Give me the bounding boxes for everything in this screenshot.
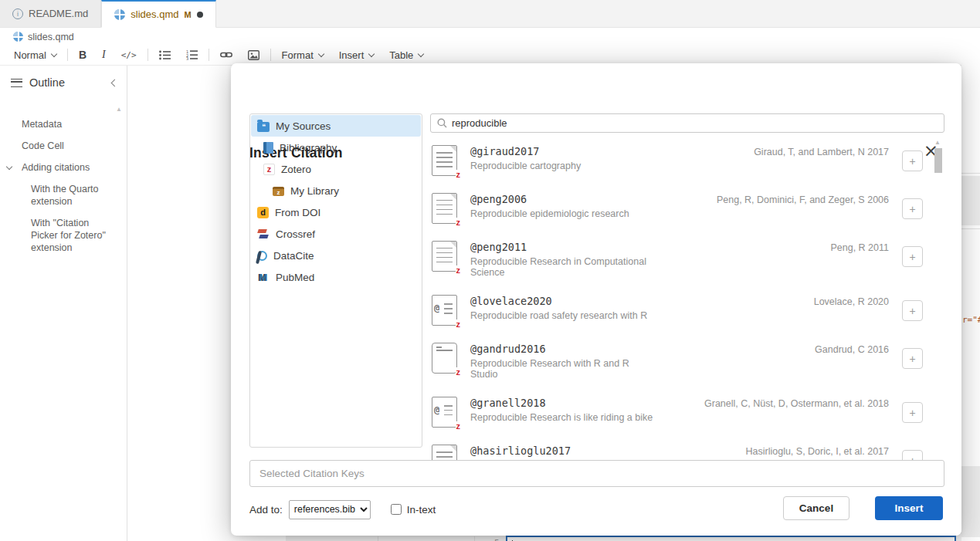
citation-row-gandrud2016[interactable]: @gandrud2016Reproducible Research with R… [432,343,944,380]
outline-item-code-cell[interactable]: Code Cell [0,137,122,155]
results-scrollbar[interactable]: ▲ ▼ [934,137,943,509]
divider [961,173,980,174]
image-icon [248,50,259,60]
citation-key: @giraud2017 [470,145,657,157]
scroll-up-arrow-icon[interactable]: ▲ [116,106,122,113]
add-citation-button[interactable]: + [902,402,923,423]
source-item-from-doi[interactable]: From DOI [251,201,421,223]
source-item-datacite[interactable]: DataCite [251,245,421,266]
outline-sidebar: Outline ▲ MetadataCode CellAdding citati… [0,66,127,541]
source-item-my-library[interactable]: My Library [251,180,421,201]
doi-icon [257,207,269,218]
citation-search-box [430,113,944,133]
embedded-line-number: 5 [494,538,500,541]
document-webpage-icon [432,295,457,326]
source-item-label: My Library [290,185,339,197]
embedded-tab-bar: README.mdslides.qmdM× [295,536,475,541]
embedded-tab-readme-md[interactable]: README.md [295,536,378,541]
bibliography-file-select[interactable]: references.bib [289,500,371,519]
source-item-label: Crossref [276,228,315,240]
source-item-label: DataCite [273,250,314,262]
bold-glyph: B [79,49,86,61]
citation-info: @peng2011Reproducible Research in Comput… [470,241,657,278]
bullet-list-icon [159,50,171,60]
background-editor-edge: r="#4 [961,63,980,541]
visual-editor-toolbar: Normal B I </> 123 Format Insert [0,45,980,66]
embedded-tab-slides-qmd[interactable]: slides.qmdM× [378,536,474,541]
source-item-zotero[interactable]: Zotero [251,158,421,180]
outline-item-label: With the Quarto extension [31,184,99,207]
pubmed-icon [257,271,270,283]
outline-item-with-citation-picker-for-zotero-extension[interactable]: With "Citation Picker for Zotero" extens… [0,214,122,257]
code-button[interactable]: </> [114,45,144,65]
document-book-icon [432,343,457,374]
citation-row-granell2018[interactable]: @granell2018Reproducible Research is lik… [432,397,944,428]
add-citation-button[interactable]: + [902,150,923,171]
link-button[interactable] [212,45,240,65]
scroll-up-arrow-icon[interactable]: ▲ [934,139,941,146]
citation-key: @gandrud2016 [470,343,657,355]
citation-row-peng2011[interactable]: @peng2011Reproducible Research in Comput… [432,241,944,278]
italic-button[interactable]: I [94,45,114,65]
search-icon [437,118,447,128]
bold-button[interactable]: B [71,45,94,65]
image-button[interactable] [240,45,267,65]
zotero-badge-icon [456,367,462,377]
embedded-focused-cell[interactable] [506,536,956,541]
numbered-list-button[interactable]: 123 [178,45,205,65]
menu-icon[interactable] [11,79,22,87]
chevron-down-icon [418,50,424,56]
citation-info: @giraud2017Reproducible cartography [470,145,657,171]
cancel-button[interactable]: Cancel [783,496,849,520]
insert-button[interactable]: Insert [875,496,943,520]
citation-title: Reproducible Research in Computational S… [470,256,657,278]
tab-slides[interactable]: slides.qmd M [101,0,215,28]
tab-label: README.md [29,8,88,19]
breadcrumb: slides.qmd [0,29,980,45]
in-text-checkbox[interactable] [391,504,402,515]
scrollbar-thumb[interactable] [934,148,942,173]
selected-citation-keys-input[interactable] [249,460,944,487]
tab-readme[interactable]: README.md [0,0,101,27]
library-box-icon [273,187,284,196]
outline-item-label: Adding citations [22,162,90,173]
format-menu[interactable]: Format [274,45,331,65]
citation-row-peng2006[interactable]: @peng2006Reproducible epidemiologic rese… [432,193,944,224]
add-citation-button[interactable]: + [902,300,923,321]
bullet-list-button[interactable] [151,45,178,65]
zotero-badge-icon [456,170,462,180]
add-citation-button[interactable]: + [902,246,923,267]
toolbar-divider [148,49,148,61]
toolbar-divider [270,49,271,61]
breadcrumb-file[interactable]: slides.qmd [28,32,74,42]
add-citation-button[interactable]: + [902,198,923,219]
unsaved-dot-icon[interactable] [197,12,203,18]
format-menu-label: Format [282,49,314,61]
chevron-down-icon [318,50,324,56]
search-input[interactable] [452,117,938,129]
citation-row-giraud2017[interactable]: @giraud2017Reproducible cartographyGirau… [432,145,944,176]
zotero-badge-icon [456,218,462,228]
insert-menu[interactable]: Insert [331,45,382,65]
paragraph-style-dropdown[interactable]: Normal [6,45,64,65]
source-item-bibliography[interactable]: Bibliography [251,137,421,158]
source-item-label: From DOI [275,207,320,218]
source-item-crossref[interactable]: Crossref [251,223,421,245]
citation-row-lovelace2020[interactable]: @lovelace2020Reproducible road safety re… [432,295,944,326]
add-citation-button[interactable]: + [902,348,923,369]
background-block [961,466,980,537]
background-code-fragment: r="#4 [962,315,980,325]
toolbar-divider [209,49,209,61]
source-item-my-sources[interactable]: My Sources [251,115,421,137]
outline-item-adding-citations[interactable]: Adding citations [0,158,122,177]
document-article-icon [432,241,457,272]
outline-item-with-the-quarto-extension[interactable]: With the Quarto extension [0,180,122,211]
outline-item-metadata[interactable]: Metadata [0,115,122,134]
chevron-down-icon[interactable] [6,164,12,170]
paragraph-style-value: Normal [14,49,46,61]
zotero-badge-icon [456,421,462,431]
source-item-pubmed[interactable]: PubMed [251,266,421,288]
table-menu[interactable]: Table [381,45,431,65]
add-to-label: Add to: [249,504,283,516]
collapse-sidebar-icon[interactable] [111,79,119,86]
